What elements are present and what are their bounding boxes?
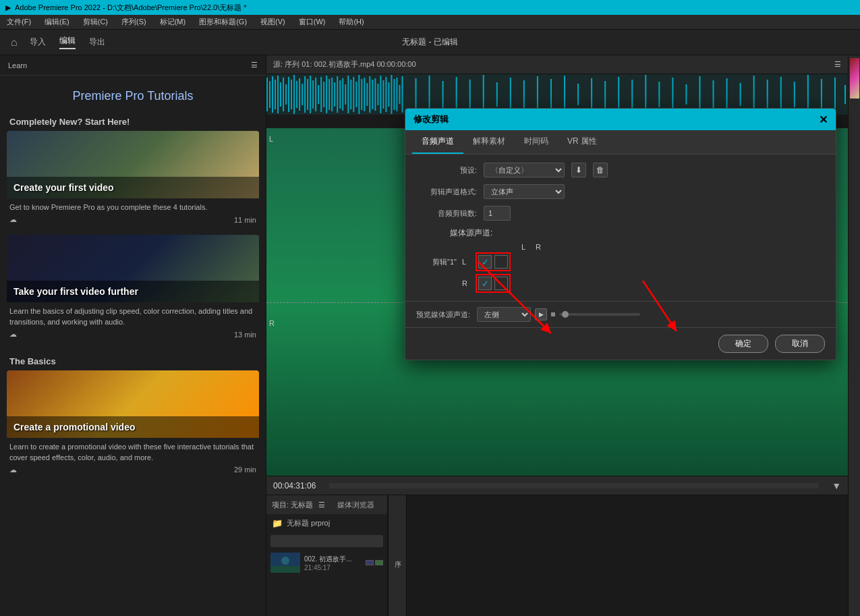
svg-rect-14 — [302, 84, 303, 105]
clip-badge-2 — [375, 560, 383, 565]
nav-export[interactable]: 导出 — [82, 34, 112, 51]
timecode-bar: 00:04:31:06 ▼ — [266, 476, 848, 495]
svg-rect-4 — [275, 80, 276, 109]
svg-rect-65 — [591, 78, 592, 111]
tab-audio-channels[interactable]: 音频声道 — [412, 130, 463, 154]
svg-rect-86 — [270, 566, 300, 573]
svg-rect-18 — [312, 80, 314, 109]
media-browser-label[interactable]: 媒体浏览器 — [337, 500, 374, 510]
modal-footer: 确定 取消 — [405, 327, 836, 360]
svg-point-87 — [281, 557, 289, 565]
svg-rect-7 — [283, 78, 284, 111]
svg-rect-72 — [685, 84, 687, 105]
tab-interpret-footage[interactable]: 解释素材 — [463, 130, 515, 154]
svg-rect-8 — [285, 84, 287, 105]
preview-r-label: R — [269, 319, 275, 327]
nav-edit[interactable]: 编辑 — [53, 32, 82, 52]
svg-rect-32 — [350, 80, 351, 109]
modal-body: 预设: 〈自定义〉 ⬇ 🗑 剪辑声道格式: 立体声 音频剪辑数: 媒体源声道: — [405, 155, 836, 301]
clip-duration: 21:45:17 — [304, 564, 362, 571]
checkbox-RL[interactable]: ✓ — [478, 277, 492, 290]
tutorial-card-1[interactable]: Create your first video Get to know Prem… — [7, 131, 259, 227]
source-label: 源: 序列 01: 002.初遇敌手.mp4 00:00:00:00 — [273, 59, 416, 69]
menu-clip[interactable]: 剪辑(C) — [80, 16, 111, 28]
menu-window[interactable]: 窗口(W) — [296, 16, 328, 28]
svg-rect-79 — [780, 77, 782, 112]
col-r-label: R — [531, 243, 546, 251]
nav-import[interactable]: 导入 — [23, 34, 53, 51]
play-head-icon: ▼ — [832, 480, 841, 491]
clip-badge-1 — [366, 560, 374, 565]
svg-rect-46 — [388, 82, 389, 107]
home-button[interactable]: ⌂ — [11, 36, 18, 49]
svg-rect-30 — [345, 84, 346, 105]
svg-rect-68 — [631, 80, 633, 109]
project-header: 项目: 无标题 ☰ 媒体浏览器 — [266, 495, 387, 514]
checkbox-LL[interactable]: ✓ — [478, 255, 492, 269]
play-button[interactable]: ▶ — [535, 308, 547, 320]
preset-select[interactable]: 〈自定义〉 — [484, 163, 565, 177]
menu-sequence[interactable]: 序列(S) — [119, 16, 149, 28]
tab-timecode[interactable]: 时间码 — [515, 130, 558, 154]
menu-edit[interactable]: 编辑(E) — [42, 16, 72, 28]
card-desc-1: Get to know Premiere Pro as you complete… — [7, 198, 259, 213]
section1-heading: Completely New? Start Here! — [0, 110, 266, 131]
channel-matrix-section: 媒体源声道: L R 剪辑"1" L ✓ — [416, 227, 825, 293]
checkbox-LR[interactable] — [494, 255, 508, 269]
svg-rect-9 — [288, 77, 289, 112]
preview-media-row: 预览媒体源声道: 左侧 ▶ — [405, 301, 836, 327]
card-duration-1: 11 min — [234, 216, 256, 224]
menu-view[interactable]: 视图(V) — [258, 16, 288, 28]
tutorial-card-2[interactable]: Take your first video further Learn the … — [7, 235, 259, 341]
svg-rect-34 — [355, 82, 357, 107]
tab-vr-properties[interactable]: VR 属性 — [558, 130, 606, 154]
source-menu-icon[interactable]: ☰ — [834, 60, 841, 69]
modal-header: 修改剪辑 ✕ — [405, 109, 836, 130]
tutorial-card-3[interactable]: Create a promotional video Learn to crea… — [7, 370, 259, 477]
card-meta-2: ☁ 13 min — [7, 327, 259, 341]
svg-rect-50 — [399, 85, 400, 104]
svg-rect-49 — [396, 78, 397, 111]
menu-graphics[interactable]: 图形和标题(G) — [196, 16, 250, 28]
confirm-button[interactable]: 确定 — [718, 335, 768, 353]
svg-rect-13 — [299, 78, 300, 111]
menu-file[interactable]: 文件(F) — [4, 16, 34, 28]
checkbox-RR[interactable] — [494, 277, 508, 290]
search-input[interactable] — [270, 535, 383, 547]
clip-item[interactable]: 002. 初遇敌手... 21:45:17 — [266, 550, 387, 576]
download-icon-btn[interactable]: ⬇ — [571, 163, 586, 177]
bottom-panels: 项目: 无标题 ☰ 媒体浏览器 📁 无标题 prproj — [266, 495, 848, 616]
learn-menu-icon[interactable]: ☰ — [251, 61, 258, 69]
card-overlay-2: Take your first video further — [7, 281, 259, 302]
count-row: 音频剪辑数: — [416, 206, 825, 221]
svg-rect-22 — [323, 82, 324, 107]
svg-rect-67 — [618, 77, 619, 112]
svg-rect-59 — [510, 78, 511, 111]
svg-rect-25 — [331, 78, 333, 111]
preview-select[interactable]: 左侧 — [477, 307, 531, 322]
cancel-button[interactable]: 取消 — [775, 335, 825, 353]
svg-rect-12 — [296, 81, 297, 108]
svg-rect-5 — [277, 76, 279, 113]
card-title-3: Create a promotional video — [13, 422, 252, 432]
row-r-label: R — [462, 279, 476, 287]
trash-icon-btn[interactable]: 🗑 — [593, 163, 608, 177]
svg-rect-21 — [320, 77, 322, 112]
count-input[interactable] — [484, 206, 511, 221]
project-filename: 无标题 prproj — [287, 518, 330, 528]
timecode-value: 00:04:31:06 — [273, 481, 316, 491]
menu-help[interactable]: 帮助(H) — [336, 16, 366, 28]
project-menu-icon[interactable]: ☰ — [318, 501, 325, 509]
search-bar — [266, 532, 387, 550]
title-bar-text: Adobe Premiere Pro 2022 - D:\文档\Adobe\Pr… — [15, 3, 247, 13]
format-select[interactable]: 立体声 — [484, 184, 565, 199]
svg-rect-31 — [347, 76, 349, 113]
menu-marker[interactable]: 标记(M) — [157, 16, 189, 28]
modal-close-button[interactable]: ✕ — [819, 113, 828, 126]
card-desc-2: Learn the basics of adjusting clip speed… — [7, 302, 259, 327]
volume-slider[interactable] — [559, 313, 640, 316]
bottom-right-area — [407, 495, 848, 616]
svg-rect-74 — [713, 80, 714, 109]
svg-rect-33 — [353, 77, 354, 112]
svg-rect-80 — [794, 82, 795, 107]
